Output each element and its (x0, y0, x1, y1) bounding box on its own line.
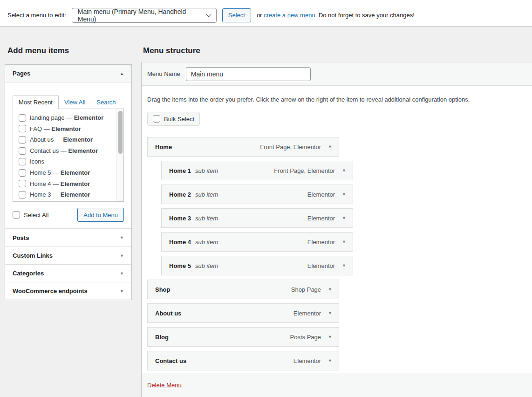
menu-item-title: Home 3 (169, 215, 191, 222)
item-toggle-arrow-icon[interactable]: ▼ (342, 192, 346, 197)
page-item-separator: — (54, 136, 63, 143)
menu-item-home-4[interactable]: Home 4sub itemElementor▼ (161, 232, 353, 252)
item-toggle-arrow-icon[interactable]: ▼ (342, 240, 346, 244)
page-item-label: Contact us — Elementor (30, 145, 98, 157)
accordion-pages[interactable]: Pages ▲ (5, 65, 131, 82)
item-toggle-arrow-icon[interactable]: ▼ (328, 287, 332, 292)
menu-item-left: Home 2sub item (169, 191, 218, 198)
accordion-title: Categories (13, 270, 44, 277)
menu-select-value: Main menu (Primary Menu, Handheld Menu) (78, 8, 202, 23)
page-item-builder: Elementor (63, 136, 93, 143)
page-item-checkbox[interactable] (19, 125, 26, 132)
menu-item-right: Elementor▼ (307, 191, 346, 198)
menu-item-blog[interactable]: BlogPosts Page▼ (147, 327, 339, 347)
menu-item-home-1[interactable]: Home 1sub itemFront Page, Elementor▼ (161, 161, 353, 180)
menu-item-left: About us (155, 310, 181, 317)
menu-item-badge: Elementor (307, 262, 335, 269)
menu-item-badge: Elementor (307, 215, 335, 222)
accordion-woocommerce-endpoints[interactable]: WooCommerce endpoints▼ (5, 282, 131, 300)
page-item-checkbox[interactable] (19, 191, 26, 198)
page-item-name: Home 5 (30, 169, 51, 176)
select-button[interactable]: Select (222, 8, 251, 22)
page-item-checkbox[interactable] (19, 114, 26, 122)
scrollbar-thumb[interactable] (118, 111, 123, 154)
sub-item-label: sub item (195, 262, 218, 269)
menu-item-left: Home 1sub item (169, 167, 218, 174)
item-toggle-arrow-icon[interactable]: ▼ (328, 144, 332, 149)
menu-item-home-2[interactable]: Home 2sub itemElementor▼ (161, 185, 353, 204)
menu-name-input[interactable] (186, 67, 311, 81)
accordion-title: WooCommerce endpoints (13, 287, 88, 294)
tab-most-recent[interactable]: Most Recent (13, 96, 59, 109)
page-item-separator: — (51, 169, 61, 176)
page-item-label: Home 5 — Elementor (30, 167, 90, 178)
menu-item-title: Shop (155, 286, 171, 293)
menu-item-right: Elementor▼ (307, 239, 346, 246)
bulk-select-toggle[interactable]: Bulk Select (147, 112, 200, 126)
sub-item-label: sub item (195, 167, 218, 174)
tab-view-all[interactable]: View All (59, 96, 91, 109)
chevron-down-icon (206, 12, 211, 17)
page-item-checkbox[interactable] (19, 158, 26, 165)
manage-menus-bar: Select a menu to edit: Main menu (Primar… (0, 0, 532, 27)
item-toggle-arrow-icon[interactable]: ▼ (342, 168, 346, 173)
accordion-categories[interactable]: Categories▼ (5, 264, 131, 282)
menu-item-contact-us[interactable]: Contact usElementor▼ (147, 351, 339, 370)
accordion-posts[interactable]: Posts▼ (5, 229, 131, 246)
page-item-builder: Elementor (68, 147, 98, 154)
menu-select-dropdown[interactable]: Main menu (Primary Menu, Handheld Menu) (72, 8, 217, 23)
item-toggle-arrow-icon[interactable]: ▼ (342, 263, 346, 268)
sub-item-label: sub item (195, 191, 218, 198)
page-item-builder: Elementor (61, 169, 90, 176)
menu-panel-footer: Delete Menu (142, 373, 532, 397)
page-list-item: Home 5 — Elementor (13, 167, 123, 178)
page-item-checkbox[interactable] (19, 169, 26, 177)
item-toggle-arrow-icon[interactable]: ▼ (328, 335, 332, 339)
menu-item-right: Posts Page▼ (290, 334, 332, 341)
page-item-name: landing page (30, 114, 64, 121)
menu-item-title: Home 4 (169, 239, 191, 246)
menu-name-label: Menu Name (147, 70, 180, 77)
accordion-title: Custom Links (13, 252, 53, 259)
item-toggle-arrow-icon[interactable]: ▼ (328, 358, 332, 363)
bulk-select-checkbox[interactable] (153, 115, 160, 123)
select-all-checkbox[interactable] (13, 211, 20, 219)
menu-item-home-5[interactable]: Home 5sub itemElementor▼ (161, 256, 353, 275)
menu-item-title: Home 1 (169, 167, 191, 174)
item-toggle-arrow-icon[interactable]: ▼ (342, 216, 346, 220)
page-item-checkbox[interactable] (19, 147, 26, 155)
page-item-label: landing page — Elementor (30, 112, 103, 123)
scrollbar-track[interactable] (116, 109, 123, 201)
accordion-custom-links[interactable]: Custom Links▼ (5, 246, 131, 264)
menu-item-home[interactable]: HomeFront Page, Elementor▼ (147, 137, 339, 157)
menu-item-right: Elementor▼ (307, 215, 346, 222)
page-item-separator: — (59, 147, 68, 154)
add-menu-items-heading: Add menu items (7, 46, 69, 55)
delete-menu-link[interactable]: Delete Menu (147, 382, 182, 389)
page-item-label: Home 4 — Elementor (30, 178, 90, 190)
page-item-separator: — (51, 191, 61, 198)
page-item-checkbox[interactable] (19, 180, 26, 187)
accordion-pages-title: Pages (13, 70, 30, 77)
tab-search[interactable]: Search (91, 96, 121, 109)
page-item-builder: Elementor (61, 180, 90, 187)
or-text: or (257, 12, 262, 19)
menu-structure-panel: Menu Name Drag the items into the order … (141, 62, 532, 397)
create-new-menu-link[interactable]: create a new menu (264, 12, 315, 19)
menu-item-right: Front Page, Elementor▼ (274, 167, 346, 174)
page-item-checkbox[interactable] (19, 136, 26, 144)
page-list-item: About us — Elementor (13, 134, 123, 145)
page-list-item: Icons (13, 156, 123, 167)
expand-arrow-icon: ▼ (120, 289, 124, 294)
menu-item-badge: Elementor (293, 357, 321, 364)
item-toggle-arrow-icon[interactable]: ▼ (328, 311, 332, 315)
page-item-separator: — (64, 114, 74, 121)
page-item-builder: Elementor (74, 114, 104, 121)
menu-item-right: Elementor▼ (293, 357, 332, 364)
menu-item-home-3[interactable]: Home 3sub itemElementor▼ (161, 208, 353, 228)
menu-item-about-us[interactable]: About usElementor▼ (147, 303, 339, 323)
add-to-menu-button[interactable]: Add to Menu (77, 208, 124, 222)
page-list-item: landing page — Elementor (13, 112, 123, 123)
menu-item-left: Home 4sub item (169, 239, 218, 246)
menu-item-shop[interactable]: ShopShop Page▼ (147, 280, 339, 299)
